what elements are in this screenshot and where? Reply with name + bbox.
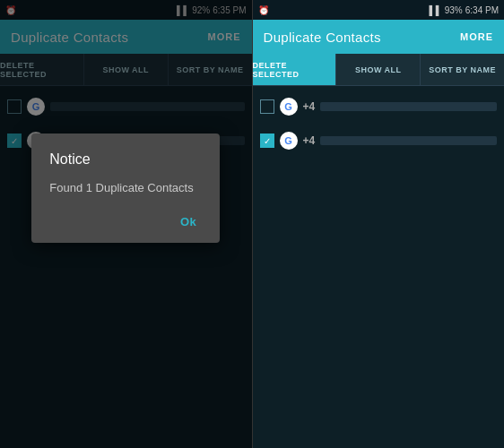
sort-by-name-btn-right[interactable]: SORT BY NAME: [421, 54, 504, 85]
app-bar-right: Duplicate Contacts MORE: [253, 20, 505, 54]
more-button-right[interactable]: MORE: [460, 31, 493, 42]
alarm-icon-right: ⏰: [258, 5, 269, 15]
dialog-body: Found 1 Duplicate Contacts: [49, 180, 202, 196]
contact-badge-1-right: +4: [303, 100, 316, 113]
battery-right: 93%: [445, 5, 463, 15]
app-title-right: Duplicate Contacts: [264, 30, 381, 45]
google-icon-1-right: G: [280, 98, 298, 116]
left-screen: ⏰ ▌▌ 92% 6:35 PM Duplicate Contacts MORE…: [0, 0, 253, 448]
delete-selected-btn-right[interactable]: DELETE SELECTED: [253, 54, 337, 85]
show-all-btn-right[interactable]: SHOW ALL: [336, 54, 421, 85]
checkbox-1-right[interactable]: [260, 99, 274, 114]
status-right-right-info: ▌▌ 93% 6:34 PM: [430, 5, 499, 15]
dialog-title: Notice: [49, 151, 202, 168]
dialog-overlay: Notice Found 1 Duplicate Contacts Ok: [0, 0, 252, 448]
status-bar-right: ⏰ ▌▌ 93% 6:34 PM: [253, 0, 505, 20]
time-right: 6:34 PM: [465, 5, 499, 15]
contact-row-1-right[interactable]: G +4: [253, 90, 505, 124]
checkbox-2-right[interactable]: [260, 134, 274, 148]
toolbar-right: DELETE SELECTED SHOW ALL SORT BY NAME: [253, 54, 505, 86]
contact-row-2-right[interactable]: G +4: [253, 124, 505, 158]
status-right-left-icons: ⏰: [258, 5, 269, 15]
dialog-actions: Ok: [49, 213, 202, 230]
dialog-ok-button[interactable]: Ok: [175, 213, 202, 230]
contact-list-right: G +4 G +4: [253, 86, 505, 448]
contact-name-1-right: [320, 102, 497, 111]
signal-icon-right: ▌▌: [430, 5, 442, 15]
notice-dialog: Notice Found 1 Duplicate Contacts Ok: [31, 134, 220, 242]
contact-badge-2-right: +4: [303, 134, 316, 147]
right-screen: ⏰ ▌▌ 93% 6:34 PM Duplicate Contacts MORE…: [253, 0, 505, 448]
google-icon-2-right: G: [280, 132, 298, 150]
contact-name-2-right: [320, 136, 497, 145]
